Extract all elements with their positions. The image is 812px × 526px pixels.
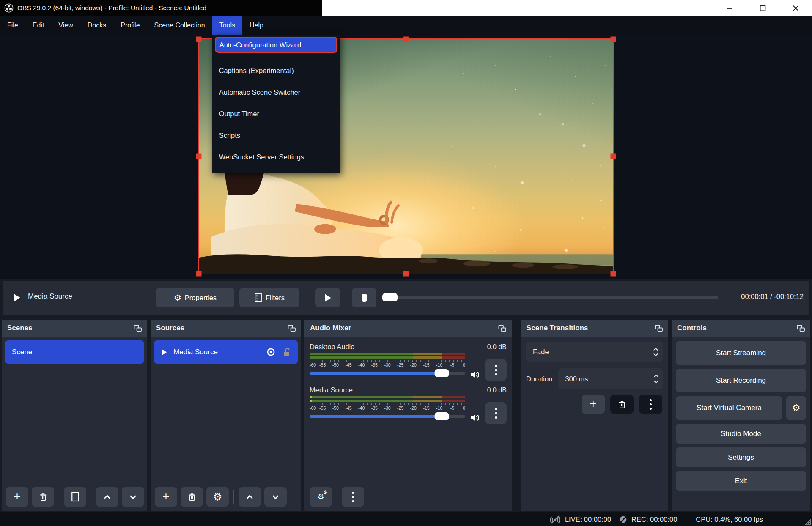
audio-mixer-header[interactable]: Audio Mixer	[304, 320, 512, 337]
scene-filters-button[interactable]	[64, 487, 86, 507]
channel-menu-button[interactable]	[485, 402, 507, 424]
settings-label: Settings	[728, 453, 754, 462]
menu-profile[interactable]: Profile	[113, 16, 147, 35]
menu-scene-collection[interactable]: Scene Collection	[147, 16, 212, 35]
duration-spinbox[interactable]: 300 ms	[558, 368, 663, 389]
popout-icon[interactable]	[655, 325, 663, 332]
move-scene-up-button[interactable]	[96, 487, 118, 507]
scene-transitions-header[interactable]: Scene Transitions	[521, 320, 668, 337]
preview-canvas[interactable]	[0, 35, 812, 279]
duration-spinner[interactable]	[653, 374, 659, 384]
properties-button[interactable]: ⚙ Properties	[156, 288, 234, 307]
start-streaming-label: Start Streaming	[716, 349, 766, 357]
chevron-up-icon	[653, 374, 659, 378]
popout-icon[interactable]	[797, 325, 805, 332]
menu-help[interactable]: Help	[242, 16, 271, 35]
unlock-icon[interactable]	[283, 348, 291, 357]
filters-button[interactable]: Filters	[239, 288, 299, 307]
media-seek-slider[interactable]	[384, 296, 718, 299]
menu-item-captions[interactable]: Captions (Experimental)	[214, 60, 338, 82]
add-source-button[interactable]: +	[155, 487, 177, 507]
chevron-down-icon	[653, 380, 659, 384]
popout-icon[interactable]	[498, 325, 506, 332]
resize-handle-mid-right[interactable]	[611, 154, 616, 159]
move-source-down-button[interactable]	[264, 487, 287, 507]
captions-label: Captions (Experimental)	[219, 67, 294, 75]
media-play-button[interactable]	[315, 288, 340, 307]
remove-scene-button[interactable]	[32, 487, 54, 507]
audio-mixer-title: Audio Mixer	[310, 324, 351, 332]
transition-select[interactable]: Fade	[526, 342, 663, 362]
menu-docks[interactable]: Docks	[80, 16, 113, 35]
window-title: OBS 29.0.2 (64-bit, windows) - Profile: …	[17, 4, 206, 12]
remove-source-button[interactable]	[181, 487, 203, 507]
resize-handle-top-right[interactable]	[611, 37, 616, 42]
menu-tools-label: Tools	[219, 22, 235, 29]
double-gear-icon: ⚙⚙	[317, 493, 324, 501]
menu-item-websocket-server-settings[interactable]: WebSocket Server Settings	[214, 146, 338, 168]
media-stop-button[interactable]	[352, 288, 376, 307]
menu-item-auto-configuration-wizard[interactable]: Auto-Configuration Wizard	[215, 37, 337, 53]
controls-panel-header[interactable]: Controls	[672, 320, 810, 337]
scene-list-item[interactable]: Scene	[5, 340, 144, 364]
volume-slider-handle[interactable]	[435, 412, 449, 420]
sources-panel-header[interactable]: Sources	[151, 320, 301, 337]
add-scene-button[interactable]: +	[6, 487, 28, 507]
channel-menu-button[interactable]	[485, 359, 507, 381]
remove-transition-button[interactable]	[610, 395, 634, 414]
virtual-camera-config-button[interactable]: ⚙	[786, 396, 806, 420]
menu-view[interactable]: View	[51, 16, 80, 35]
resize-handle-bottom-right[interactable]	[611, 271, 616, 277]
transition-select-spinner[interactable]	[648, 342, 663, 362]
scenes-panel-header[interactable]: Scenes	[2, 320, 147, 337]
plus-icon: +	[14, 490, 20, 502]
studio-mode-button[interactable]: Studio Mode	[676, 424, 806, 444]
close-icon	[793, 5, 799, 11]
audio-mixer-body: Desktop Audio 0.0 dB -60 -55 -50 -45 -40…	[304, 337, 512, 511]
volume-slider[interactable]	[310, 412, 465, 421]
settings-button[interactable]: Settings	[676, 447, 806, 467]
menu-item-output-timer[interactable]: Output Timer	[214, 103, 338, 125]
menu-file[interactable]: File	[0, 16, 25, 35]
start-recording-button[interactable]: Start Recording	[676, 369, 806, 392]
close-button[interactable]	[779, 0, 812, 16]
menu-item-scripts[interactable]: Scripts	[214, 125, 338, 146]
minimize-button[interactable]	[713, 0, 746, 16]
source-properties-button[interactable]: ⚙	[206, 487, 229, 507]
start-streaming-button[interactable]: Start Streaming	[676, 341, 806, 365]
volume-slider[interactable]	[310, 369, 465, 378]
menu-item-automatic-scene-switcher[interactable]: Automatic Scene Switcher	[214, 82, 338, 103]
move-scene-down-button[interactable]	[122, 487, 144, 507]
popout-icon[interactable]	[134, 325, 142, 332]
resize-grip[interactable]	[805, 519, 811, 525]
move-source-up-button[interactable]	[239, 487, 261, 507]
speaker-mute-button[interactable]	[469, 413, 480, 422]
meter-live-level	[310, 400, 312, 402]
visibility-eye-icon[interactable]	[266, 347, 276, 357]
resize-handle-bottom-left[interactable]	[196, 271, 202, 277]
rec-time: REC: 00:00:00	[631, 515, 677, 523]
chevron-down-icon	[272, 495, 279, 499]
start-virtual-camera-button[interactable]: Start Virtual Camera	[676, 396, 782, 420]
popout-icon[interactable]	[288, 325, 296, 332]
source-list-item[interactable]: Media Source	[154, 340, 298, 364]
resize-handle-top-left[interactable]	[196, 37, 202, 42]
resize-handle-mid-left[interactable]	[196, 154, 202, 159]
menu-edit[interactable]: Edit	[25, 16, 52, 35]
add-transition-button[interactable]: +	[582, 395, 605, 414]
menu-tools[interactable]: Tools Auto-Configuration Wizard Captions…	[212, 16, 242, 35]
speaker-mute-button[interactable]	[469, 370, 480, 379]
volume-slider-handle[interactable]	[435, 369, 449, 377]
seek-handle[interactable]	[382, 293, 398, 301]
source-item-label: Media Source	[173, 348, 218, 356]
media-timestamp: 00:00:01 / -00:10:12	[741, 293, 804, 301]
mixer-menu-button[interactable]	[342, 487, 364, 507]
window-controls	[713, 0, 812, 16]
resize-handle-top-center[interactable]	[403, 37, 409, 42]
resize-handle-bottom-center[interactable]	[403, 271, 409, 277]
exit-button[interactable]: Exit	[676, 471, 806, 491]
websocket-server-settings-label: WebSocket Server Settings	[219, 153, 304, 161]
advanced-audio-properties-button[interactable]: ⚙⚙	[310, 487, 332, 507]
maximize-button[interactable]	[746, 0, 779, 16]
transition-properties-button[interactable]	[639, 395, 662, 414]
